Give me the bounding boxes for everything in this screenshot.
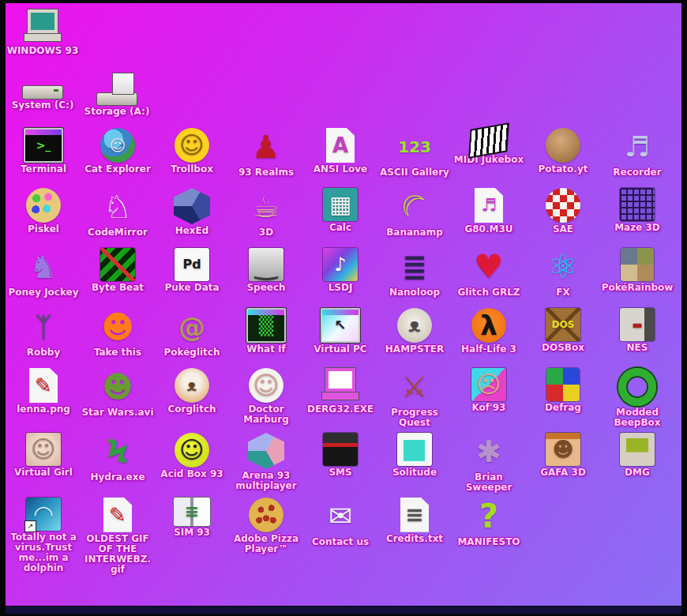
icon-maze-3d[interactable]: Maze 3D [600,183,674,243]
icon-glitch-grlz[interactable]: ♥ Glitch GRLZ [452,243,526,303]
icon-hampster[interactable]: ᴥ HAMPSTER [377,303,452,363]
icon-calc[interactable]: ▦ Calc [303,183,377,243]
icon-sim-93[interactable]: ≡ SIM 93 [155,493,229,575]
icon-star-wars-avi[interactable]: ☻ Star Wars.avi [81,363,155,428]
icon-label: DERG32.EXE [307,404,374,415]
icon-nanoloop[interactable]: ≣ Nanoloop [377,243,452,303]
icon-label: ANSI Love [313,164,367,175]
icon-doctor-marburg[interactable]: ☺ Doctor Marburg [229,363,303,428]
icon-bananamp[interactable]: ☾ Bananamp [377,183,452,243]
icon-label: CodeMirror [88,227,148,238]
icon-ansi-love[interactable]: A ANSI Love [303,123,377,183]
open-book-icon: ≡ [174,498,210,526]
hard-drive-icon [23,86,62,99]
icon-brian-sweeper[interactable]: ✱ Brian Sweeper [452,428,526,493]
icon-cat-explorer[interactable]: ☺ Cat Explorer [81,123,155,183]
icon-codemirror[interactable]: ♘ CodeMirror [81,183,155,243]
window-titlebar [248,310,284,315]
icon-virtual-pc[interactable]: ↖ Virtual PC [303,303,377,363]
icon-acid-box-93[interactable]: ☺ Acid Box 93 [155,428,229,493]
icon-credits-txt[interactable]: ≡ Credits.txt [377,493,452,575]
icon-windows-93[interactable]: WINDOWS 93 [6,5,80,56]
icon-modded-beepbox[interactable]: Modded BeepBox [600,363,674,428]
icon-dosbox[interactable]: DOS DOSBox [526,303,600,363]
teapot-icon: ☕ [246,188,287,226]
icon-fx[interactable]: ⚛ FX [526,243,600,303]
icon-hydra-exe[interactable]: Ϟ Hydra.exe [81,428,155,493]
icon-glyph: ♬ [481,197,497,214]
icon-glyph: 123 [398,139,431,155]
icon-g80-m3u[interactable]: ♬ G80.M3U [452,183,526,243]
maze-icon [620,188,655,221]
icon-manifesto[interactable]: ? MANIFESTO [452,493,526,575]
icon-system-c-drive[interactable]: System (C:) [6,69,80,117]
icon-ascii-gallery[interactable]: 123 ASCII Gallery [377,123,452,183]
icon-robby[interactable]: ᛉ Robby [6,303,81,363]
icon-midi-jukebox[interactable]: MIDI Jukebox [452,123,526,183]
icon-label: Storage (A:) [84,107,150,117]
icon-pokerainbow[interactable]: PokéRainbow [600,243,674,303]
icon-puke-data[interactable]: Pd Puke Data [155,243,229,303]
matrix-window-icon: ▒ [246,308,286,343]
icon-glyph: ✎ [35,375,52,396]
icon-3d-teapot[interactable]: ☕ 3D [229,183,303,243]
icon-defrag[interactable]: Defrag [526,363,600,428]
corgi-icon: ᴥ [175,368,209,403]
icon-dmg[interactable]: DMG [600,428,674,493]
icon-lsdj[interactable]: ♪ LSDJ [303,243,377,303]
icon-label: Solitude [392,468,437,478]
icon-arena-93[interactable]: Arena 93 multiplayer [229,428,303,493]
icon-lenna-png[interactable]: ✎ lenna.png [6,363,81,428]
icon-what-if[interactable]: ▒ What If [229,303,303,363]
numbers-123-icon: 123 [394,128,435,166]
pink-computer-tongue-icon [322,368,359,403]
icon-solitude[interactable]: Solitude [377,428,452,493]
icon-oldest-gif[interactable]: ✎ OLDEST GIF OF THE INTERWEBZ.gif [81,493,155,575]
icon-poney-jockey[interactable]: ♞ Poney Jockey [6,243,81,303]
icon-pokeglitch[interactable]: @ Pokéglitch [155,303,229,363]
icon-recorder[interactable]: ♬ Recorder [600,123,674,183]
icon-glyph: ▬ [632,319,642,330]
icon-byte-beat[interactable]: Byte Beat [81,243,155,303]
bottom-bar [6,607,681,614]
icon-glyph: ? [479,500,498,533]
icon-label: MANIFESTO [457,537,520,547]
icon-nes[interactable]: ▬ NES [600,303,674,363]
icon-label: Poney Jockey [8,287,78,298]
icon-label: Progress Quest [378,408,451,428]
icon-contact-us[interactable]: ✉ Contact us [303,493,377,575]
icon-glyph: ☺ [31,438,55,461]
icon-adobe-pizza-player[interactable]: Adobe Pizza Player™ [229,493,303,575]
icon-glyph: ◠ [34,502,52,526]
glitched-shell-icon: @ [171,308,212,346]
icon-label: WINDOWS 93 [7,46,79,56]
system-row-2: System (C:) Storage (A:) [6,69,154,117]
icon-piskel[interactable]: Piskel [6,183,81,243]
icon-trollbox[interactable]: ☺ Trollbox [155,123,229,183]
icon-label: 93 Realms [238,167,294,178]
icon-virtual-girl[interactable]: ☺ Virtual Girl [6,428,81,493]
icon-hexed[interactable]: HexEd [155,183,229,243]
icon-label: Star Wars.avi [81,408,153,418]
icon-sae[interactable]: SAE [526,183,600,243]
icon-glyph: λ [480,312,497,339]
icon-take-this[interactable]: ☻ Take this [81,303,155,363]
icon-storage-a-drive[interactable]: Storage (A:) [80,69,154,117]
icon-derg32-exe[interactable]: DERG32.EXE [303,363,377,428]
icon-glyph: ☺ [110,137,126,153]
icon-potato-yt[interactable]: Potato.yt [526,123,600,183]
icon-93-realms[interactable]: ♟ 93 Realms [229,123,303,183]
playing-card-icon [397,433,432,466]
icon-totally-not-a-virus[interactable]: ◠ ↗ Totally not a virus.Trust me...im a … [6,493,81,575]
icon-glyph: ☾ [393,186,436,228]
notepad-text-file-icon: ≡ [400,498,429,532]
icon-kof93[interactable]: ☹ Kof'93 [452,363,526,428]
icon-speech[interactable]: ‿ Speech [229,243,303,303]
icon-gafa-3d[interactable]: ☻ GAFA 3D [526,428,600,493]
icon-progress-quest[interactable]: ⚔ Progress Quest [377,363,452,428]
icon-corglitch[interactable]: ᴥ Corglitch [155,363,229,428]
icon-half-life-3[interactable]: λ Half-Life 3 [452,303,526,363]
icon-sms[interactable]: SMS [303,428,377,493]
icon-label: Doctor Marburg [230,404,302,425]
icon-terminal[interactable]: >_ Terminal [6,123,81,183]
